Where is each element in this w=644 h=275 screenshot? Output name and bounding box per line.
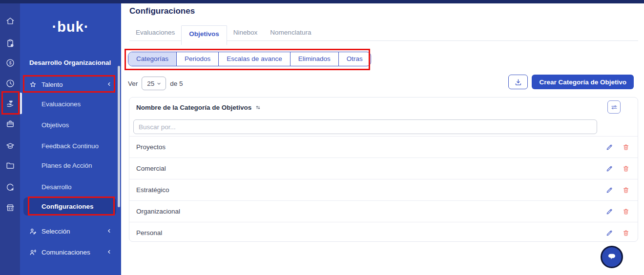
person-voice-icon (29, 248, 37, 256)
chat-bubble-icon (606, 251, 618, 263)
table-body: Proyectos Comercial Estratégico (129, 136, 638, 243)
active-module-indicator (20, 93, 22, 114)
tab-bar: Evaluaciones Objetivos Ninebox Nomenclat… (129, 26, 638, 41)
table-row: Proyectos (129, 136, 638, 157)
star-icon (29, 80, 37, 89)
download-button[interactable] (508, 75, 528, 89)
tab-nomenclatura[interactable]: Nomenclatura (264, 25, 317, 40)
pagination-controls: Ver 25 de 5 (128, 77, 183, 90)
sidebar: ·buk· Desarrollo Organizacional Talento … (20, 3, 121, 275)
category-name: Personal (136, 229, 162, 236)
edit-pencil-icon[interactable] (605, 143, 613, 151)
sidebar-subitem-objetivos[interactable]: Objetivos (42, 118, 69, 132)
chevron-left-icon (106, 81, 112, 89)
sort-icon[interactable] (255, 104, 261, 111)
per-page-prefix-label: Ver (128, 80, 138, 87)
sidebar-subitem-feedback-continuo[interactable]: Feedback Continuo (42, 138, 99, 153)
sidebar-item-label: Talento (42, 81, 102, 88)
delete-trash-icon[interactable] (622, 143, 630, 151)
sidebar-subitem-planes-de-accion[interactable]: Planes de Acción (42, 158, 92, 173)
delete-trash-icon[interactable] (622, 207, 630, 216)
sidebar-subitem-configuraciones[interactable]: Configuraciones (23, 197, 116, 216)
sidebar-subitem-desarrollo[interactable]: Desarrollo (42, 179, 72, 194)
tasks-clipboard-icon[interactable] (5, 38, 15, 48)
table-row: Organizacional (129, 200, 638, 222)
per-page-select[interactable]: 25 (142, 77, 166, 90)
svg-text:$: $ (9, 60, 11, 65)
edit-pencil-icon[interactable] (605, 207, 613, 216)
sidebar-section-title: Desarrollo Organizacional (29, 59, 111, 66)
table-header: Nombre de la Categoría de Objetivos (136, 104, 261, 111)
chevron-down-icon (156, 81, 162, 86)
header-actions: Crear Categoría de Objetivo (508, 75, 634, 89)
marketplace-storefront-icon[interactable] (5, 202, 15, 213)
sidebar-item-seleccion[interactable]: Selección (23, 223, 117, 239)
delete-trash-icon[interactable] (622, 229, 630, 237)
sidebar-subitem-evaluaciones[interactable]: Evaluaciones (42, 97, 81, 111)
time-clock-icon[interactable] (5, 78, 15, 88)
sidebar-item-label: Comunicaciones (42, 249, 102, 256)
sidebar-item-talento[interactable]: Talento (23, 77, 117, 93)
search-container (133, 119, 597, 134)
create-category-button[interactable]: Crear Categoría de Objetivo (532, 75, 634, 89)
category-name: Comercial (136, 165, 166, 172)
buk-logo: ·buk· (20, 19, 121, 35)
chevron-left-icon (106, 228, 112, 236)
module-rail: $ (0, 3, 20, 275)
sliders-icon (610, 103, 618, 111)
subtab-escalas-de-avance[interactable]: Escalas de avance (219, 52, 290, 66)
table-row: Comercial (129, 157, 638, 179)
search-input[interactable] (133, 119, 597, 134)
subtab-eliminados[interactable]: Eliminados (291, 52, 339, 66)
remunerations-dollar-icon[interactable]: $ (5, 58, 15, 68)
subtab-categorias[interactable]: Categorías (128, 52, 177, 66)
tab-objetivos[interactable]: Objetivos (181, 25, 227, 45)
subtab-periodos[interactable]: Periodos (177, 52, 219, 66)
sidebar-item-comunicaciones[interactable]: Comunicaciones (23, 244, 117, 260)
sidebar-scrollbar[interactable] (118, 66, 120, 207)
total-count-label: de 5 (170, 80, 183, 87)
table-header-label: Nombre de la Categoría de Objetivos (136, 104, 251, 111)
category-name: Proyectos (136, 143, 166, 151)
page-title: Configuraciones (129, 6, 195, 16)
column-filter-button[interactable] (607, 100, 621, 114)
category-name: Organizacional (136, 208, 180, 215)
talent-hand-heart-icon[interactable] (5, 98, 15, 109)
chevron-left-icon (106, 249, 112, 256)
edit-pencil-icon[interactable] (605, 164, 613, 173)
documents-folder-icon[interactable] (5, 160, 15, 170)
edit-pencil-icon[interactable] (605, 186, 613, 194)
chat-fab-button[interactable] (601, 246, 623, 268)
download-icon (514, 78, 522, 86)
edit-pencil-icon[interactable] (605, 229, 613, 237)
per-page-value: 25 (147, 80, 154, 87)
delete-trash-icon[interactable] (622, 164, 630, 173)
table-row: Estratégico (129, 179, 638, 200)
category-name: Estratégico (136, 186, 169, 194)
main-content: Configuraciones Evaluaciones Objetivos N… (121, 3, 644, 275)
support-icon[interactable] (5, 182, 15, 192)
sidebar-item-label: Selección (42, 228, 102, 235)
benefits-briefcase-icon[interactable] (5, 118, 15, 129)
delete-trash-icon[interactable] (622, 186, 630, 194)
tab-evaluaciones[interactable]: Evaluaciones (129, 25, 181, 40)
table-row: Personal (129, 222, 638, 243)
top-strip (0, 0, 644, 3)
categories-table-card: Nombre de la Categoría de Objetivos Proy… (129, 97, 638, 242)
subtab-otras[interactable]: Otras (339, 52, 371, 66)
person-edit-icon (29, 227, 37, 236)
home-icon[interactable] (5, 16, 15, 26)
subtab-group: Categorías Periodos Escalas de avance El… (128, 52, 371, 66)
training-graduation-icon[interactable] (5, 141, 15, 151)
tab-ninebox[interactable]: Ninebox (227, 25, 264, 40)
